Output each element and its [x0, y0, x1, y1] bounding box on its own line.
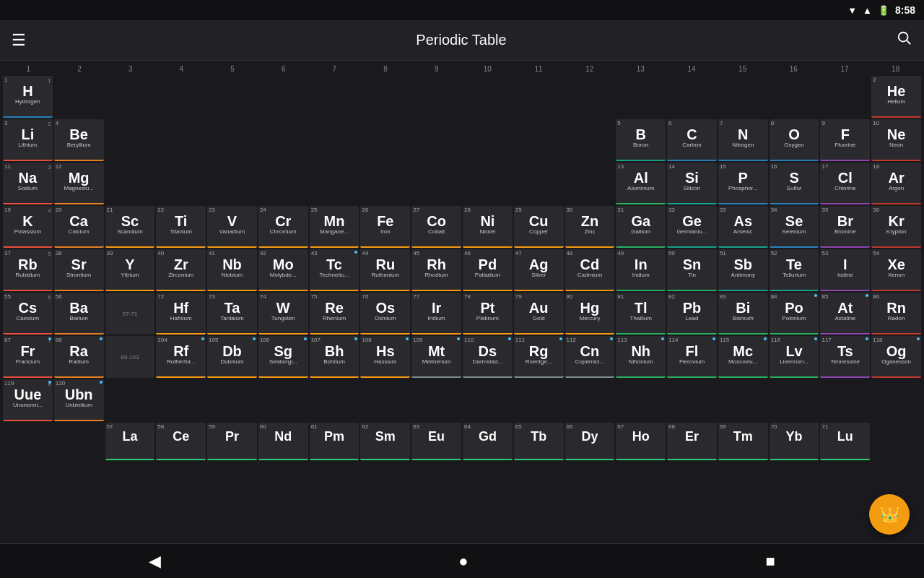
element-Ge[interactable]: 32GeGermaniu... — [667, 206, 717, 248]
element-Sr[interactable]: 38SrStrontium — [54, 249, 104, 291]
element-Rg[interactable]: 111RgRoentge... — [514, 336, 564, 378]
recent-button[interactable]: ■ — [766, 552, 775, 571]
element-Sg[interactable]: 106SgSeaborgi... — [258, 336, 308, 378]
element-Re[interactable]: 75ReRhenium — [310, 293, 359, 335]
element-Ga[interactable]: 31GaGallium — [616, 206, 666, 248]
element-Pb[interactable]: 82PbLead — [667, 293, 717, 335]
element-Tc[interactable]: 43TcTechnetiu... — [310, 249, 359, 291]
element-Se[interactable]: 34SeSelenium — [770, 206, 819, 248]
element-Dy[interactable]: 66Dy — [565, 423, 615, 460]
element-Nh[interactable]: 113NhNihonium — [616, 336, 666, 378]
element-Cl[interactable]: 17ClChlorine — [820, 163, 870, 204]
element-Sn[interactable]: 50SnTin — [667, 249, 717, 291]
element-Hf[interactable]: 72HfHafnium — [156, 293, 206, 335]
element-Br[interactable]: 35BrBromine — [820, 206, 870, 248]
element-Ne[interactable]: 10NeNeon — [871, 119, 921, 161]
element-Fe[interactable]: 26FeIron — [360, 206, 410, 248]
element-V[interactable]: 23VVanadium — [207, 206, 257, 248]
element-Na[interactable]: 311NaSodium — [3, 163, 53, 204]
back-button[interactable]: ◀ — [149, 552, 161, 571]
element-H[interactable]: 11HHydrogen — [3, 76, 53, 118]
element-Os[interactable]: 76OsOsmium — [360, 293, 410, 335]
element-Ra[interactable]: 88RaRadium — [54, 336, 104, 378]
element-Li[interactable]: 23LiLithium — [3, 119, 53, 161]
element-Ag[interactable]: 47AgSilver — [514, 249, 564, 291]
element-P[interactable]: 15PPhosphor... — [718, 163, 768, 204]
element-K[interactable]: 419KPotassium — [3, 206, 53, 248]
element-Zn[interactable]: 30ZnZinc — [565, 206, 615, 248]
element-Og[interactable]: 118OgOganesson — [871, 336, 921, 378]
element-C[interactable]: 6CCarbon — [667, 119, 717, 161]
element-Ubn[interactable]: 120UbnUnbinilium — [54, 379, 104, 421]
element-Ru[interactable]: 44RuRuthenium — [360, 249, 410, 291]
element-Zr[interactable]: 40ZrZirconium — [156, 249, 206, 291]
element-Ca[interactable]: 20CaCalcium — [54, 206, 104, 248]
element-Y[interactable]: 39YYttrium — [105, 249, 155, 291]
element-As[interactable]: 33AsArsenic — [718, 206, 768, 248]
element-Al[interactable]: 13AlAluminium — [616, 163, 666, 204]
element-Rb[interactable]: 537RbRubidium — [3, 249, 53, 291]
element-He[interactable]: 2HeHelium — [871, 76, 921, 118]
element-Gd[interactable]: 64Gd — [463, 423, 513, 460]
element-Ti[interactable]: 22TiTitanium — [156, 206, 206, 248]
element-Nb[interactable]: 41NbNiobium — [207, 249, 257, 291]
element-Ir[interactable]: 77IrIridium — [411, 293, 461, 335]
element-Sb[interactable]: 51SbAntimony — [718, 249, 768, 291]
element-Er[interactable]: 68Er — [667, 423, 717, 460]
element-Mo[interactable]: 42MoMolybde... — [258, 249, 308, 291]
search-icon[interactable] — [897, 30, 912, 51]
element-Sm[interactable]: 62Sm — [360, 423, 410, 460]
element-Ar[interactable]: 18ArArgon — [871, 163, 921, 204]
element-Hg[interactable]: 80HgMercury — [565, 293, 615, 335]
element-Ts[interactable]: 117TsTennessine — [820, 336, 870, 378]
element-Cu[interactable]: 29CuCopper — [514, 206, 564, 248]
element-S[interactable]: 16SSulfur — [770, 163, 819, 204]
element-Pd[interactable]: 46PdPalladium — [463, 249, 513, 291]
element-Mc[interactable]: 115McMoscoviu... — [718, 336, 768, 378]
element-Ni[interactable]: 28NiNickel — [463, 206, 513, 248]
element-Rf[interactable]: 104RfRutherfor... — [156, 336, 206, 378]
element-Mn[interactable]: 25MnMangane... — [310, 206, 359, 248]
element-F[interactable]: 9FFluorine — [820, 119, 870, 161]
element-Fr[interactable]: 787FrFrancium — [3, 336, 53, 378]
element-Uue[interactable]: 8119UueUnunenni... — [3, 379, 53, 421]
element-Au[interactable]: 79AuGold — [514, 293, 564, 335]
element-Kr[interactable]: 36KrKrypton — [871, 206, 921, 248]
element-W[interactable]: 74WTungsten — [258, 293, 308, 335]
element-Bi[interactable]: 83BiBismuth — [718, 293, 768, 335]
element-Ce[interactable]: 58Ce — [156, 423, 206, 460]
element-Be[interactable]: 4BeBeryllium — [54, 119, 104, 161]
element-Tl[interactable]: 81TlThallium — [616, 293, 666, 335]
fab-premium[interactable]: 👑 — [869, 494, 910, 535]
element-Cs[interactable]: 655CsCaesium — [3, 293, 53, 335]
element-Lu[interactable]: 71Lu — [820, 423, 870, 460]
element-At[interactable]: 85AtAstatine — [820, 293, 870, 335]
element-Po[interactable]: 84PoPolonium — [770, 293, 819, 335]
element-Ds[interactable]: 110DsDarmstad... — [463, 336, 513, 378]
element-Pm[interactable]: 61Pm — [310, 423, 359, 460]
element-I[interactable]: 53IIodine — [820, 249, 870, 291]
home-button[interactable]: ● — [458, 552, 468, 571]
element-Lv[interactable]: 116LvLivermori... — [770, 336, 819, 378]
element-Rn[interactable]: 86RnRadon — [871, 293, 921, 335]
element-Rh[interactable]: 45RhRhodium — [411, 249, 461, 291]
element-Eu[interactable]: 63Eu — [411, 423, 461, 460]
element-O[interactable]: 8OOxygen — [770, 119, 819, 161]
element-Fl[interactable]: 114FlFlerovium — [667, 336, 717, 378]
element-Te[interactable]: 52TeTellurium — [770, 249, 819, 291]
element-Ba[interactable]: 56BaBarium — [54, 293, 104, 335]
element-Pt[interactable]: 78PtPlatinum — [463, 293, 513, 335]
element-Tb[interactable]: 65Tb — [514, 423, 564, 460]
element-N[interactable]: 7NNitrogen — [718, 119, 768, 161]
element-Sc[interactable]: 21ScScandium — [105, 206, 155, 248]
element-Mt[interactable]: 109MtMeitnerium — [411, 336, 461, 378]
element-In[interactable]: 49InIndium — [616, 249, 666, 291]
element-Yb[interactable]: 70Yb — [770, 423, 819, 460]
element-Bh[interactable]: 107BhBohrium — [310, 336, 359, 378]
element-Si[interactable]: 14SiSilicon — [667, 163, 717, 204]
element-Mg[interactable]: 12MgMagnesiu... — [54, 163, 104, 204]
element-Ho[interactable]: 67Ho — [616, 423, 666, 460]
element-Pr[interactable]: 59Pr — [207, 423, 257, 460]
element-Cd[interactable]: 48CdCadmium — [565, 249, 615, 291]
element-Xe[interactable]: 54XeXenon — [871, 249, 921, 291]
